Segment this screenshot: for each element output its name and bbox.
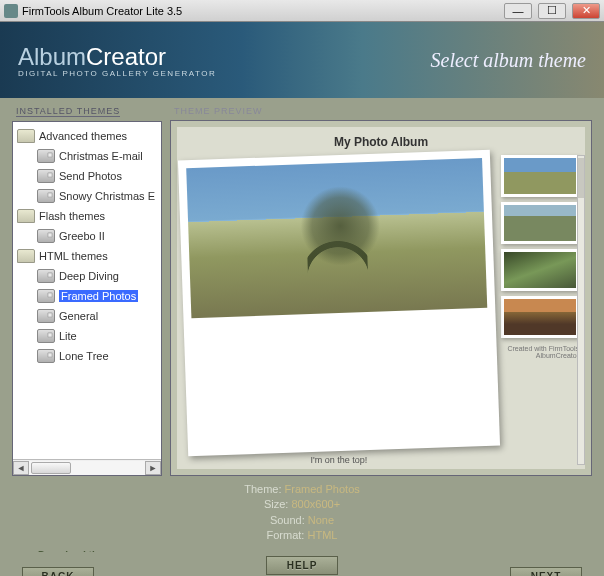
tree-h-scrollbar[interactable]: ◄ ►: [13, 459, 161, 475]
app-icon: [4, 4, 18, 18]
back-button[interactable]: BACK: [22, 567, 94, 576]
window-title: FirmTools Album Creator Lite 3.5: [22, 5, 182, 17]
brand-subtitle: DIGITAL PHOTO GALLERY GENERATOR: [18, 69, 216, 78]
tab-theme-preview: THEME PREVIEW: [174, 106, 263, 116]
tree-item[interactable]: Snowy Christmas E: [15, 186, 159, 206]
window-titlebar: FirmTools Album Creator Lite 3.5 — ☐ ✕: [0, 0, 604, 22]
theme-icon: [37, 309, 55, 323]
theme-icon: [37, 329, 55, 343]
preview-thumb[interactable]: [501, 155, 579, 197]
tree-item[interactable]: Send Photos: [15, 166, 159, 186]
preview-thumbnails: Created with FirmTools AlbumCreator: [501, 155, 579, 465]
scroll-left-arrow[interactable]: ◄: [13, 461, 29, 475]
theme-icon: [37, 289, 55, 303]
close-button[interactable]: ✕: [572, 3, 600, 19]
theme-icon: [37, 169, 55, 183]
theme-metadata: Theme: Framed Photos Size: 800x600+ Soun…: [12, 482, 592, 544]
preview-thumb[interactable]: [501, 202, 579, 244]
tree-item[interactable]: Deep Diving: [15, 266, 159, 286]
preview-thumb[interactable]: [501, 249, 579, 291]
scroll-right-arrow[interactable]: ►: [145, 461, 161, 475]
folder-icon: [17, 129, 35, 143]
tab-installed-themes[interactable]: INSTALLED THEMES: [16, 106, 120, 117]
theme-preview-box: My Photo Album I'm on the top! Created w…: [170, 120, 592, 476]
brand-title: AlbumCreator: [18, 43, 216, 71]
next-button[interactable]: NEXT: [510, 567, 582, 576]
theme-icon: [37, 349, 55, 363]
tree-category-html[interactable]: HTML themes: [15, 246, 159, 266]
tree-category-advanced[interactable]: Advanced themes: [15, 126, 159, 146]
tree-item[interactable]: General: [15, 306, 159, 326]
preview-credit: Created with FirmTools AlbumCreator: [501, 343, 579, 359]
tree-item[interactable]: Lone Tree: [15, 346, 159, 366]
preview-v-scrollbar[interactable]: [577, 155, 585, 465]
minimize-button[interactable]: —: [504, 3, 532, 19]
app-header: AlbumCreator DIGITAL PHOTO GALLERY GENER…: [0, 22, 604, 98]
theme-icon: [37, 269, 55, 283]
tree-item[interactable]: Greebo II: [15, 226, 159, 246]
preview-main-photo-frame: [178, 150, 500, 457]
tree-category-flash[interactable]: Flash themes: [15, 206, 159, 226]
preview-main-photo: [186, 158, 487, 318]
page-title: Select album theme: [431, 49, 587, 72]
help-button[interactable]: HELP: [266, 556, 338, 575]
tree-item[interactable]: Christmas E-mail: [15, 146, 159, 166]
theme-icon: [37, 149, 55, 163]
preview-album-title: My Photo Album: [177, 127, 585, 155]
theme-icon: [37, 229, 55, 243]
maximize-button[interactable]: ☐: [538, 3, 566, 19]
theme-tree: Advanced themes Christmas E-mail Send Ph…: [12, 121, 162, 476]
folder-icon: [17, 249, 35, 263]
preview-thumb[interactable]: [501, 296, 579, 338]
tree-item[interactable]: Lite: [15, 326, 159, 346]
scroll-thumb[interactable]: [31, 462, 71, 474]
folder-icon: [17, 209, 35, 223]
tree-item-selected[interactable]: Framed Photos: [15, 286, 159, 306]
theme-icon: [37, 189, 55, 203]
